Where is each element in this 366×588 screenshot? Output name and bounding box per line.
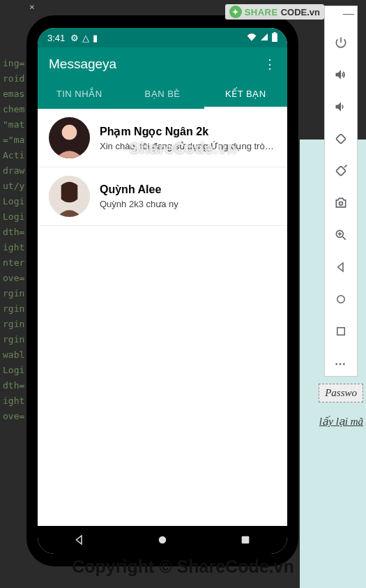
recover-link-preview: lấy lại mã [319,415,363,428]
friend-subtitle: Quỳnh 2k3 chưa ny [100,199,276,209]
emulator-toolbar: — ⋯ [324,6,358,377]
tab-bar: TIN NHẮN BẠN BÈ KẾT BẠN [38,81,287,109]
signal-status-icon [260,33,268,43]
home-icon[interactable] [330,289,352,309]
status-bar: 3:41 ⚙ △ ▮ [38,28,287,47]
svg-point-9 [337,296,345,303]
tab-messages[interactable]: TIN NHẮN [38,81,121,109]
overflow-menu-icon[interactable]: ⋮ [264,56,276,72]
svg-point-14 [62,125,77,140]
android-nav-bar [38,526,287,554]
phone-screen: 3:41 ⚙ △ ▮ Messageya ⋮ TIN NHẮN BẠN [38,28,287,554]
overview-icon[interactable] [330,322,352,341]
nav-back-icon[interactable] [73,533,86,547]
friends-list[interactable]: Phạm Ngọc Ngân 2k Xin chào, tôi đang sử … [38,109,287,526]
nav-home-icon[interactable] [155,533,169,547]
svg-marker-8 [338,263,344,271]
svg-line-2 [344,165,346,167]
wifi-status-icon [247,33,257,43]
avatar [49,117,90,158]
camera-icon[interactable] [330,193,352,213]
svg-rect-0 [336,134,346,144]
svg-rect-1 [336,166,346,176]
phone-frame: 3:41 ⚙ △ ▮ Messageya ⋮ TIN NHẮN BẠN [26,15,298,566]
svg-rect-11 [272,33,277,41]
list-item[interactable]: Quỳnh Alee Quỳnh 2k3 chưa ny [38,167,287,226]
emulator-minimize-icon[interactable]: — [343,8,354,20]
svg-point-18 [159,536,167,544]
svg-rect-10 [337,328,345,336]
svg-rect-12 [273,32,275,33]
tab-add-friends[interactable]: KẾT BẠN [204,81,287,109]
battery-status-icon [272,32,277,44]
more-icon[interactable]: ⋯ [330,354,352,373]
avatar [49,176,90,217]
svg-point-3 [340,202,343,205]
svg-rect-19 [242,536,250,544]
svg-line-5 [343,237,346,240]
friend-name: Quỳnh Alee [100,183,276,196]
volume-up-icon[interactable] [330,65,352,84]
list-item[interactable]: Phạm Ngọc Ngân 2k Xin chào, tôi đang sử … [38,109,287,167]
volume-down-icon[interactable] [330,97,352,116]
rotate-right-icon[interactable] [330,161,352,181]
settings-status-icon: ⚙ [70,33,79,43]
nav-overview-icon[interactable] [238,533,252,547]
app-title: Messageya [49,56,116,72]
card-status-icon: ▮ [93,33,98,43]
password-field-preview: Passwo [319,384,363,402]
status-time: 3:41 [47,33,65,43]
drive-status-icon: △ [82,33,89,43]
rotate-left-icon[interactable] [330,129,352,149]
zoom-icon[interactable] [330,225,352,245]
ide-tab-close-icon[interactable]: × [29,1,35,12]
app-bar: Messageya ⋮ [38,47,287,81]
tab-friends[interactable]: BẠN BÈ [121,81,204,109]
friend-subtitle: Xin chào, tôi đang sử dụng Ứng dụng trò … [100,141,276,151]
svg-marker-17 [76,536,82,544]
back-icon[interactable] [330,257,352,277]
power-icon[interactable] [330,33,352,52]
friend-name: Phạm Ngọc Ngân 2k [100,125,276,138]
